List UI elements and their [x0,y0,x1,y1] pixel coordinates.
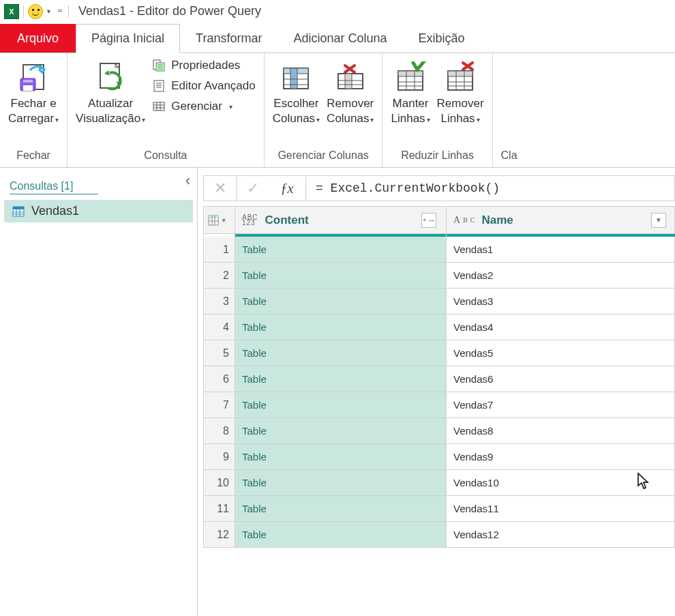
select-all-cell[interactable]: ▾ [204,207,235,234]
formula-input[interactable] [305,175,675,201]
svg-rect-14 [153,102,164,111]
title-bar: X ▼ ＝ Vendas1 - Editor do Power Query [0,0,675,23]
cell-name[interactable]: Vendas2 [447,263,675,289]
cell-content[interactable]: Table [235,314,447,340]
cell-content[interactable]: Table [235,470,447,496]
separator [68,5,69,18]
type-any-icon: ABC123 [242,215,258,225]
cell-name[interactable]: Vendas4 [447,314,675,340]
remove-rows-icon [442,60,478,96]
cell-content[interactable]: Table [235,237,447,263]
group-label: Consulta [76,147,256,166]
close-and-load-button[interactable]: Fechar e Carregar▾ [8,59,59,126]
row-index[interactable]: 3 [204,289,235,314]
qat-customize-icon[interactable]: ＝ [56,5,64,16]
label-line2: Colunas▾ [273,112,320,126]
table-row[interactable]: 3TableVendas3 [204,289,675,314]
table-row[interactable]: 10TableVendas10 [204,470,675,496]
remove-columns-button[interactable]: Remover Colunas▾ [327,59,374,126]
remove-rows-button[interactable]: Remover Linhas▾ [437,59,484,126]
query-item-label: Vendas1 [31,204,79,218]
column-header-name[interactable]: ABC Name ▼ [447,207,675,234]
cell-content[interactable]: Table [235,444,447,470]
ribbon-group-colunas: Escolher Colunas▾ Remover Colunas▾ Geren… [265,53,383,167]
cell-name[interactable]: Vendas8 [447,418,675,444]
group-label: Reduzir Linhas [391,147,483,166]
ribbon-group-fechar: Fechar e Carregar▾ Fechar [0,53,68,167]
label: Gerenciar [171,100,222,113]
keep-rows-button[interactable]: Manter Linhas▾ [391,59,430,126]
label-line1: Remover [327,97,374,111]
row-index[interactable]: 12 [204,522,235,548]
cell-name[interactable]: Vendas6 [447,366,675,392]
row-index[interactable]: 7 [204,392,235,418]
tab-arquivo[interactable]: Arquivo [0,24,76,53]
data-grid[interactable]: ▾ ABC123 Content ↔ ABC [203,206,675,548]
cell-name[interactable]: Vendas1 [447,237,675,263]
table-row[interactable]: 11TableVendas11 [204,496,675,522]
cell-content[interactable]: Table [235,392,447,418]
cell-content[interactable]: Table [235,366,447,392]
table-row[interactable]: 2TableVendas2 [204,263,675,289]
cell-name[interactable]: Vendas7 [447,392,675,418]
row-index[interactable]: 9 [204,444,235,470]
column-header-content[interactable]: ABC123 Content ↔ [235,207,447,234]
table-row[interactable]: 12TableVendas12 [204,522,675,548]
tab-transformar[interactable]: Transformar [180,24,278,53]
row-index[interactable]: 5 [204,340,235,366]
row-index[interactable]: 6 [204,366,235,392]
cell-content[interactable]: Table [235,340,447,366]
commit-formula-button[interactable]: ✓ [236,175,269,201]
column-label: Content [265,214,309,227]
choose-columns-button[interactable]: Escolher Colunas▾ [273,59,320,126]
smiley-icon[interactable] [28,4,43,19]
column-label: Name [481,214,513,227]
cell-name[interactable]: Vendas11 [447,496,675,522]
row-index[interactable]: 2 [204,263,235,289]
cell-name[interactable]: Vendas5 [447,340,675,366]
advanced-editor-button[interactable]: Editor Avançado [152,79,256,93]
query-item-vendas1[interactable]: Vendas1 [4,200,193,222]
table-row[interactable]: 9TableVendas9 [204,444,675,470]
cell-name[interactable]: Vendas3 [447,289,675,314]
row-index[interactable]: 10 [204,470,235,496]
label-line2: Linhas▾ [441,112,480,126]
row-index[interactable]: 4 [204,314,235,340]
cell-name[interactable]: Vendas10 [447,470,675,496]
tab-adicionar-coluna[interactable]: Adicionar Coluna [278,24,402,53]
table-row[interactable]: 5TableVendas5 [204,340,675,366]
collapse-pane-icon[interactable]: ‹ [185,172,190,190]
chevron-down-icon[interactable]: ▼ [46,8,52,15]
cell-content[interactable]: Table [235,418,447,444]
expand-icon[interactable]: ↔ [421,213,436,228]
table-row[interactable]: 1TableVendas1 [204,237,675,263]
table-row[interactable]: 4TableVendas4 [204,314,675,340]
tab-pagina-inicial[interactable]: Página Inicial [76,24,180,53]
cell-name[interactable]: Vendas12 [447,522,675,548]
refresh-preview-button[interactable]: Atualizar Visualização▾ [76,59,145,126]
svg-rect-3 [23,80,33,83]
row-index[interactable]: 1 [204,237,235,263]
label-line2: Linhas▾ [391,112,430,126]
table-row[interactable]: 6TableVendas6 [204,366,675,392]
properties-button[interactable]: Propriedades [152,59,256,72]
label-line1: Fechar e [11,97,57,111]
table-row[interactable]: 7TableVendas7 [204,392,675,418]
cell-name[interactable]: Vendas9 [447,444,675,470]
filter-icon[interactable]: ▼ [651,213,666,228]
manage-button[interactable]: Gerenciar▾ [152,100,256,113]
main-pane: ✕ ✓ ƒx ▾ ABC123 Content [198,168,675,616]
cell-content[interactable]: Table [235,522,447,548]
cell-content[interactable]: Table [235,289,447,314]
content-area: ‹ Consultas [1] Vendas1 ✕ ✓ ƒx ▾ [0,168,675,616]
row-index[interactable]: 8 [204,418,235,444]
svg-rect-21 [290,68,297,89]
label-line1: Remover [437,97,484,111]
cell-content[interactable]: Table [235,496,447,522]
row-index[interactable]: 11 [204,496,235,522]
table-row[interactable]: 8TableVendas8 [204,418,675,444]
tab-exibicao[interactable]: Exibição [403,24,481,53]
ribbon-tabs: Arquivo Página Inicial Transformar Adici… [0,23,675,53]
cell-content[interactable]: Table [235,263,447,289]
cancel-formula-button[interactable]: ✕ [203,175,236,201]
